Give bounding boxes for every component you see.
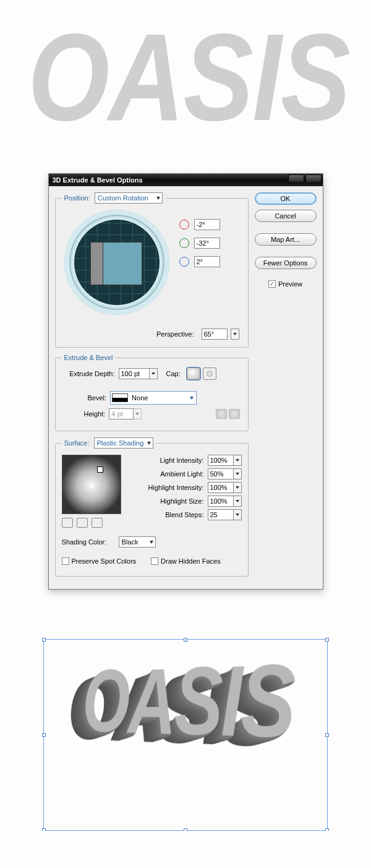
highlight-size-label: Highlight Size: [136, 497, 204, 505]
dialog-title: 3D Extrude & Bevel Options [53, 176, 143, 184]
perspective-label: Perspective: [156, 330, 194, 338]
perspective-stepper[interactable] [231, 329, 239, 340]
surface-legend-label: Surface: [64, 439, 90, 447]
rotate-y-input[interactable]: -32° [194, 238, 220, 249]
cap-label: Cap: [166, 370, 181, 377]
dialog-titlebar[interactable]: 3D Extrude & Bevel Options [49, 174, 323, 186]
handle-mr[interactable] [325, 733, 329, 737]
handle-ml[interactable] [42, 733, 46, 737]
shading-color-select[interactable]: Black [119, 536, 156, 548]
canvas-selection[interactable]: OASIS [43, 639, 328, 831]
handle-tc[interactable] [184, 638, 187, 642]
bounding-box[interactable] [43, 639, 328, 831]
surface-shading-value: Plastic Shading [97, 439, 144, 447]
surface-shading-select[interactable]: Plastic Shading [94, 437, 153, 449]
handle-bc[interactable] [184, 828, 187, 831]
highlight-size-stepper[interactable] [233, 496, 242, 507]
shading-color-label: Shading Color: [62, 538, 115, 546]
preserve-spot-label: Preserve Spot Colors [72, 557, 137, 565]
extrude-legend: Extrude & Bevel [62, 354, 116, 361]
handle-br[interactable] [325, 828, 329, 831]
new-light-button[interactable] [77, 518, 88, 528]
close-button[interactable] [305, 174, 322, 183]
shading-color-value: Black [122, 538, 139, 546]
rotate-z-input[interactable]: 2° [194, 256, 220, 267]
perspective-input[interactable]: 65° [202, 329, 228, 340]
oasis-flat-text: OASIS [28, 0, 343, 173]
cap-on-button[interactable] [187, 367, 200, 380]
bevel-value: None [132, 394, 148, 402]
rotation-trackball[interactable] [64, 210, 169, 315]
rotate-x-icon [179, 220, 189, 230]
highlight-intensity-input[interactable]: 100% [208, 482, 234, 493]
bevel-out-icon [229, 409, 240, 419]
highlight-intensity-stepper[interactable] [233, 482, 242, 493]
draw-hidden-label: Draw Hidden Faces [161, 557, 221, 565]
blend-steps-label: Blend Steps: [136, 511, 204, 518]
extrude-depth-label: Extrude Depth: [62, 370, 115, 377]
extrude-bevel-dialog: 3D Extrude & Bevel Options Position: Cus… [48, 173, 323, 590]
map-art-button[interactable]: Map Art... [255, 233, 317, 246]
preview-checkbox-box [268, 280, 276, 288]
bevel-height-input: 4 pt [109, 408, 134, 419]
handle-tr[interactable] [325, 638, 329, 642]
draw-hidden-checkbox-box [151, 557, 158, 565]
light-handle[interactable] [97, 466, 103, 473]
rotate-x-input[interactable]: -2° [194, 219, 220, 230]
ambient-light-input[interactable]: 50% [208, 468, 234, 479]
surface-legend: Surface: Plastic Shading [62, 437, 156, 449]
ok-button[interactable]: OK [255, 192, 317, 205]
cube-front-face [103, 242, 142, 285]
move-light-back-button[interactable] [62, 518, 73, 528]
bevel-select[interactable]: None [110, 391, 197, 405]
rotate-z-icon [179, 257, 189, 267]
position-legend: Position: Custom Rotation [62, 192, 165, 204]
delete-light-button[interactable] [92, 518, 103, 528]
cancel-button[interactable]: Cancel [255, 210, 317, 222]
light-intensity-label: Light Intensity: [136, 457, 204, 464]
light-intensity-input[interactable]: 100% [208, 455, 234, 466]
handle-tl[interactable] [42, 638, 46, 642]
preserve-spot-colors-checkbox[interactable]: Preserve Spot Colors [62, 557, 137, 565]
draw-hidden-faces-checkbox[interactable]: Draw Hidden Faces [151, 557, 221, 565]
cap-off-button[interactable] [203, 367, 216, 380]
extrude-depth-stepper[interactable] [149, 368, 158, 379]
extrude-depth-input[interactable]: 100 pt [119, 368, 150, 379]
preserve-spot-checkbox-box [62, 557, 69, 565]
bevel-label: Bevel: [88, 394, 107, 402]
bevel-height-stepper [133, 408, 142, 419]
highlight-size-input[interactable]: 100% [208, 496, 234, 507]
fewer-options-button[interactable]: Fewer Options [255, 257, 317, 269]
extrude-bevel-group: Extrude & Bevel Extrude Depth: 100 pt Ca… [55, 354, 249, 431]
cube-side-face [90, 242, 104, 285]
handle-bl[interactable] [42, 828, 46, 831]
surface-group: Surface: Plastic Shading [55, 437, 249, 577]
bevel-height-label: Height: [84, 410, 106, 418]
position-legend-label: Position: [64, 194, 90, 202]
position-preset-value: Custom Rotation [98, 194, 148, 202]
blend-steps-input[interactable]: 25 [208, 509, 234, 520]
highlight-intensity-label: Highlight Intensity: [136, 484, 204, 491]
ambient-light-stepper[interactable] [233, 468, 242, 479]
light-preview[interactable] [62, 455, 121, 514]
trackball-grid [74, 220, 160, 305]
position-group: Position: Custom Rotation [55, 192, 249, 348]
blend-steps-stepper[interactable] [233, 509, 242, 520]
preview-label: Preview [278, 280, 302, 288]
ambient-light-label: Ambient Light: [136, 470, 204, 478]
rotation-inputs: -2° -32° 2° [179, 218, 220, 274]
position-preset-select[interactable]: Custom Rotation [95, 192, 163, 204]
light-intensity-stepper[interactable] [233, 455, 242, 466]
bevel-in-icon [216, 409, 227, 419]
minimize-button[interactable] [288, 174, 304, 183]
rotate-y-icon [179, 238, 189, 248]
bevel-swatch-icon [112, 393, 128, 402]
preview-checkbox[interactable]: Preview [255, 280, 317, 288]
